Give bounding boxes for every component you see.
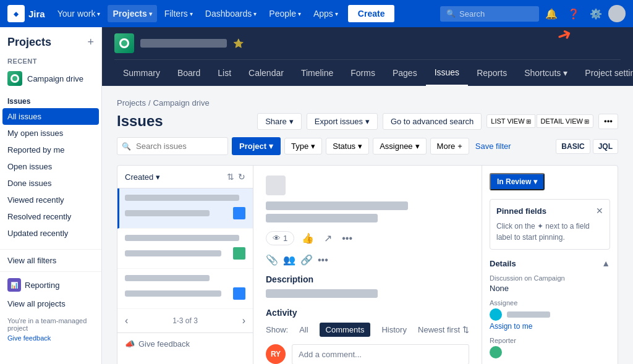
sidebar-item-my-open[interactable]: My open issues: [0, 125, 101, 142]
sidebar-item-done[interactable]: Done issues: [0, 175, 101, 192]
dots-action-icon[interactable]: •••: [318, 255, 328, 266]
help-icon[interactable]: ❓: [564, 6, 584, 22]
basic-mode-button[interactable]: BASIC: [556, 139, 590, 154]
nav-pages[interactable]: Pages: [384, 61, 426, 85]
more-actions-button[interactable]: •••: [339, 231, 355, 247]
jql-mode-button[interactable]: JQL: [593, 139, 618, 154]
nav-list[interactable]: List: [209, 61, 240, 85]
status-filter-button[interactable]: Status ▾: [326, 138, 369, 154]
nav-apps[interactable]: Apps ▾: [308, 5, 343, 22]
details-collapse-button[interactable]: ▲: [601, 258, 610, 268]
give-feedback-button[interactable]: 📣 Give feedback: [117, 332, 253, 355]
assign-to-me-link[interactable]: Assign to me: [490, 322, 532, 331]
type-filter-button[interactable]: Type ▾: [284, 138, 322, 154]
issue-tag: [233, 207, 245, 219]
sidebar-give-feedback[interactable]: Give feedback: [7, 334, 94, 342]
activity-all-tab[interactable]: All: [293, 323, 314, 337]
issue-item-2[interactable]: [117, 229, 253, 269]
sidebar-item-updated[interactable]: Updated recently: [0, 225, 101, 242]
sidebar-item-open[interactable]: Open issues: [0, 158, 101, 175]
search-issues-input[interactable]: [117, 137, 228, 155]
create-button[interactable]: Create: [348, 5, 395, 22]
link-icon[interactable]: 🔗: [300, 254, 313, 266]
project-header-top: ⭐ ➜: [114, 27, 621, 60]
issue-row-5: [125, 275, 245, 281]
issue-item-3[interactable]: [117, 269, 253, 309]
created-sort[interactable]: Created ▾: [125, 172, 160, 182]
issue-item-1[interactable]: [117, 188, 253, 229]
sort-icon[interactable]: ⇅: [227, 172, 234, 182]
sidebar-item-resolved[interactable]: Resolved recently: [0, 208, 101, 225]
nav-shortcuts[interactable]: Shortcuts ▾: [516, 61, 576, 85]
assignee-avatar: [490, 308, 502, 321]
more-filter-button[interactable]: More +: [430, 138, 469, 154]
breadcrumb-projects[interactable]: Projects: [117, 98, 146, 108]
share-button[interactable]: Share ▾: [257, 113, 302, 130]
newest-first-sort[interactable]: Newest first ⇅: [418, 325, 469, 334]
details-header: Details ▲: [490, 258, 610, 268]
issue-tag-2: [233, 247, 245, 260]
nav-board[interactable]: Board: [169, 61, 209, 85]
global-search-input[interactable]: [459, 9, 533, 19]
sidebar-item-all-issues[interactable]: All issues: [2, 108, 99, 125]
nav-forms[interactable]: Forms: [342, 61, 384, 85]
nav-project-settings[interactable]: Project settings: [576, 61, 633, 85]
assignee-filter-button[interactable]: Assignee ▾: [373, 138, 426, 154]
share-icon-button[interactable]: ↗: [321, 230, 334, 247]
project-filter-button[interactable]: Project ▾: [232, 137, 281, 155]
list-view-button[interactable]: LIST VIEW ⊞: [486, 114, 535, 128]
detail-action-buttons: 📎 👥 🔗 •••: [266, 254, 469, 266]
nav-calendar[interactable]: Calendar: [240, 61, 292, 85]
comment-input[interactable]: Add a comment...: [292, 344, 469, 364]
export-button[interactable]: Export issues ▾: [307, 113, 378, 130]
close-pinned-button[interactable]: ✕: [596, 206, 603, 216]
more-options-button[interactable]: •••: [598, 114, 618, 129]
breadcrumb-campaign[interactable]: Campaign drive: [153, 98, 210, 108]
description-blurred: [266, 289, 378, 298]
sidebar-reporting[interactable]: 📊 Reporting: [0, 274, 101, 295]
activity-history-tab[interactable]: History: [375, 323, 412, 337]
refresh-icon[interactable]: ↻: [238, 172, 245, 182]
user-avatar[interactable]: [608, 5, 626, 22]
pinned-fields-text: Click on the ✦ next to a field label to …: [496, 221, 603, 243]
people-icon[interactable]: 👥: [283, 254, 295, 266]
nav-issues[interactable]: Issues: [426, 60, 468, 86]
next-page-button[interactable]: ›: [242, 315, 245, 326]
global-search[interactable]: 🔍: [440, 6, 539, 22]
advanced-search-button[interactable]: Go to advanced search: [383, 113, 482, 130]
sidebar-header: Projects +: [0, 27, 101, 54]
nav-projects[interactable]: Projects ▾: [108, 5, 156, 22]
sidebar-item-reported[interactable]: Reported by me: [0, 142, 101, 158]
sidebar-view-all-filters[interactable]: View all filters: [0, 252, 101, 269]
eye-icon: 👁: [273, 234, 281, 243]
detail-view-button[interactable]: DETAIL VIEW ⊞: [537, 114, 593, 128]
search-icon: 🔍: [122, 142, 131, 151]
settings-icon[interactable]: ⚙️: [586, 6, 606, 22]
project-settings-icon[interactable]: ⭐: [233, 38, 244, 48]
notifications-icon[interactable]: 🔔: [542, 6, 561, 22]
nav-your-work[interactable]: Your work ▾: [53, 5, 106, 22]
nav-dashboards[interactable]: Dashboards ▾: [200, 5, 262, 22]
activity-comments-tab[interactable]: Comments: [320, 323, 371, 337]
save-filter-link[interactable]: Save filter: [475, 142, 511, 151]
detail-title-line2: [266, 214, 378, 222]
nav-summary[interactable]: Summary: [114, 61, 169, 85]
nav-people[interactable]: People ▾: [264, 5, 306, 22]
prev-page-button[interactable]: ‹: [125, 315, 128, 326]
activity-show-bar: Show: All Comments History Newest first …: [266, 323, 469, 337]
issue-subtitle-blurred: [125, 210, 210, 216]
nav-timeline[interactable]: Timeline: [292, 61, 342, 85]
thumbs-up-button[interactable]: 👍: [299, 230, 316, 247]
detail-title-line1: [266, 201, 408, 210]
sidebar-item-viewed[interactable]: Viewed recently: [0, 192, 101, 208]
sidebar-view-all-projects[interactable]: View all projects: [0, 295, 101, 312]
attachment-icon[interactable]: 📎: [266, 254, 278, 266]
search-input-wrap: 🔍: [117, 137, 228, 155]
logo[interactable]: ◆ Jira: [7, 5, 45, 22]
chevron-down-icon: ▾: [289, 117, 294, 126]
nav-reports[interactable]: Reports: [468, 61, 516, 85]
nav-filters[interactable]: Filters ▾: [159, 5, 198, 22]
sidebar-project-campaign[interactable]: Campaign drive: [0, 67, 101, 90]
status-badge[interactable]: In Review ▾: [490, 173, 545, 190]
sidebar-add-button[interactable]: +: [87, 36, 94, 49]
